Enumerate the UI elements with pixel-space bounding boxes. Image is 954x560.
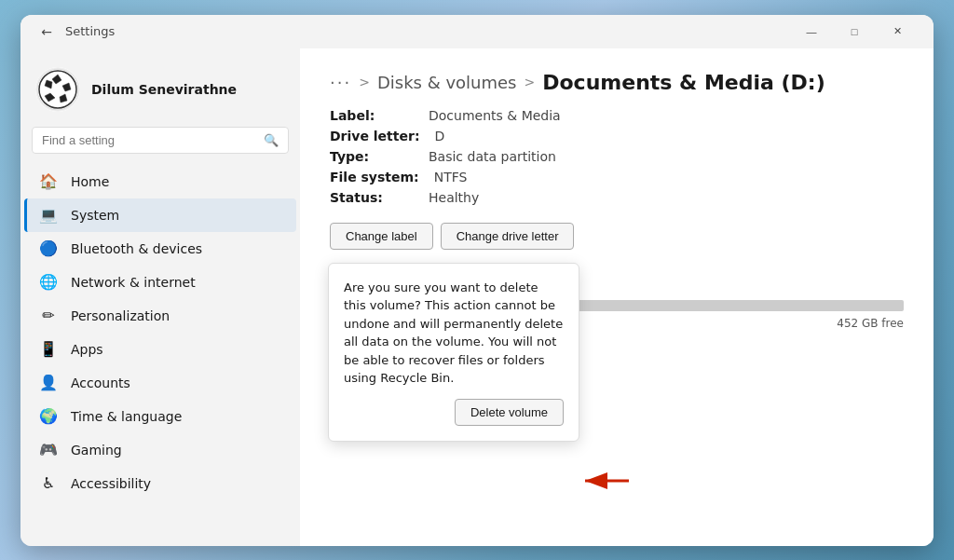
breadcrumb-sep2: > (525, 75, 536, 89)
popup-actions: Delete volume (344, 399, 564, 426)
label-key: Label: (330, 108, 414, 123)
settings-window: ← Settings — □ ✕ (20, 15, 934, 546)
close-button[interactable]: ✕ (876, 17, 919, 47)
sidebar-item-label: Network & internet (71, 275, 196, 290)
fs-key: File system: (330, 170, 419, 184)
profile-info: Dilum Senevirathne (91, 82, 237, 97)
titlebar: ← Settings — □ ✕ (20, 15, 934, 48)
apps-icon: 📱 (39, 340, 58, 359)
status-value: Healthy (429, 190, 479, 205)
search-icon: 🔍 (264, 133, 279, 147)
drive-value: D (435, 129, 445, 143)
sidebar: Dilum Senevirathne 🔍 🏠 Home 💻 System 🔵 B… (20, 48, 300, 546)
accessibility-icon: ♿ (39, 474, 58, 493)
sidebar-item-label: Accounts (71, 376, 130, 390)
sidebar-item-time[interactable]: 🌍 Time & language (24, 400, 296, 433)
type-key: Type: (330, 149, 414, 164)
info-row-type: Type: Basic data partition (330, 146, 904, 167)
main-content: ··· > Disks & volumes > Documents & Medi… (300, 48, 934, 546)
popup-text: Are you sure you want to delete this vol… (344, 279, 564, 388)
status-key: Status: (330, 190, 414, 205)
sidebar-item-label: Time & language (71, 409, 182, 424)
profile-section: Dilum Senevirathne (20, 56, 300, 127)
sidebar-item-accessibility[interactable]: ♿ Accessibility (24, 467, 296, 500)
delete-volume-button[interactable]: Delete volume (455, 399, 564, 426)
sidebar-item-label: Accessibility (71, 476, 151, 491)
maximize-button[interactable]: □ (833, 17, 876, 47)
arrow-indicator (578, 466, 634, 499)
info-row-drive: Drive letter: D (330, 126, 904, 146)
info-row-label: Label: Documents & Media (330, 105, 904, 126)
time-icon: 🌍 (39, 407, 58, 426)
system-icon: 💻 (39, 206, 58, 225)
breadcrumb-parent[interactable]: Disks & volumes (377, 73, 517, 92)
sidebar-item-label: Gaming (71, 443, 122, 458)
sidebar-item-apps[interactable]: 📱 Apps (24, 333, 296, 366)
search-input[interactable] (42, 133, 256, 147)
sidebar-item-network[interactable]: 🌐 Network & internet (24, 266, 296, 299)
sidebar-item-label: Bluetooth & devices (71, 241, 202, 256)
fs-value: NTFS (434, 170, 468, 184)
home-icon: 🏠 (39, 172, 58, 191)
info-row-status: Status: Healthy (330, 187, 904, 208)
minimize-button[interactable]: — (790, 17, 833, 47)
sidebar-item-home[interactable]: 🏠 Home (24, 165, 296, 198)
breadcrumb: ··· > Disks & volumes > Documents & Medi… (330, 71, 904, 94)
info-table: Label: Documents & Media Drive letter: D… (330, 105, 904, 208)
gaming-icon: 🎮 (39, 441, 58, 459)
window-controls: — □ ✕ (790, 17, 919, 47)
info-row-fs: File system: NTFS (330, 167, 904, 187)
sidebar-item-label: Apps (71, 342, 103, 357)
avatar (35, 67, 80, 112)
search-box[interactable]: 🔍 (32, 127, 289, 154)
sidebar-item-accounts[interactable]: 👤 Accounts (24, 366, 296, 400)
accounts-icon: 👤 (39, 374, 58, 392)
sidebar-item-personalization[interactable]: ✏️ Personalization (24, 299, 296, 333)
personalization-icon: ✏️ (39, 307, 58, 325)
back-button[interactable]: ← (35, 20, 58, 43)
sidebar-item-label: System (71, 208, 119, 223)
sidebar-item-system[interactable]: 💻 System (24, 198, 296, 232)
change-label-button[interactable]: Change label (330, 223, 433, 250)
sidebar-item-bluetooth[interactable]: 🔵 Bluetooth & devices (24, 232, 296, 266)
bluetooth-icon: 🔵 (39, 239, 58, 258)
sidebar-item-label: Personalization (71, 308, 170, 323)
delete-popup: Are you sure you want to delete this vol… (328, 263, 579, 442)
window-content: Dilum Senevirathne 🔍 🏠 Home 💻 System 🔵 B… (20, 48, 934, 546)
label-value: Documents & Media (429, 108, 561, 123)
breadcrumb-dots: ··· (330, 73, 351, 92)
network-icon: 🌐 (39, 273, 58, 292)
action-buttons: Change label Change drive letter (330, 223, 904, 250)
type-value: Basic data partition (429, 149, 556, 164)
window-title: Settings (65, 24, 790, 38)
profile-name: Dilum Senevirathne (91, 82, 237, 97)
sidebar-item-label: Home (71, 174, 109, 189)
change-drive-button[interactable]: Change drive letter (441, 223, 575, 250)
breadcrumb-current: Documents & Media (D:) (542, 71, 825, 94)
drive-key: Drive letter: (330, 129, 420, 143)
sidebar-item-gaming[interactable]: 🎮 Gaming (24, 433, 296, 467)
free-label: 452 GB free (837, 317, 904, 330)
breadcrumb-sep1: > (359, 75, 370, 89)
